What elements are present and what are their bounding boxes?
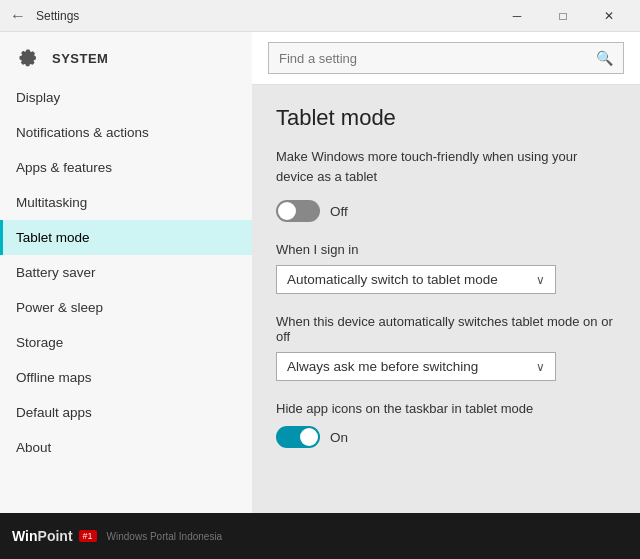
switches-dropdown[interactable]: Always ask me before switching ∨ — [276, 352, 556, 381]
title-bar: ← Settings ─ □ ✕ — [0, 0, 640, 32]
sidebar: SYSTEM Display Notifications & actions A… — [0, 32, 252, 513]
taskbar-toggle-row: On — [276, 426, 616, 448]
title-bar-title: Settings — [36, 9, 79, 23]
sidebar-item-notifications[interactable]: Notifications & actions — [0, 115, 252, 150]
minimize-button[interactable]: ─ — [494, 0, 540, 32]
watermark-tagline: Windows Portal Indonesia — [107, 531, 223, 542]
sidebar-item-multitasking[interactable]: Multitasking — [0, 185, 252, 220]
watermark-bar: WinPoint #1 Windows Portal Indonesia — [0, 513, 640, 559]
sign-in-dropdown-value: Automatically switch to tablet mode — [287, 272, 498, 287]
taskbar-toggle[interactable] — [276, 426, 320, 448]
right-panel: 🔍 Tablet mode Make Windows more touch-fr… — [252, 32, 640, 513]
sidebar-item-tablet[interactable]: Tablet mode — [0, 220, 252, 255]
search-container: 🔍 — [268, 42, 624, 74]
taskbar-toggle-thumb — [300, 428, 318, 446]
taskbar-toggle-label: On — [330, 430, 348, 445]
touch-toggle-row: Off — [276, 200, 616, 222]
sign-in-dropdown[interactable]: Automatically switch to tablet mode ∨ — [276, 265, 556, 294]
main-content: Tablet mode Make Windows more touch-frie… — [252, 85, 640, 513]
sign-in-label: When I sign in — [276, 242, 616, 257]
watermark-logo-text: WinPoint — [12, 528, 73, 544]
search-input[interactable] — [279, 51, 596, 66]
sidebar-item-offline[interactable]: Offline maps — [0, 360, 252, 395]
switches-dropdown-chevron: ∨ — [536, 360, 545, 374]
app-content: SYSTEM Display Notifications & actions A… — [0, 32, 640, 513]
watermark-badge: #1 — [79, 530, 97, 542]
back-button[interactable]: ← — [8, 6, 28, 26]
title-bar-controls: ─ □ ✕ — [494, 0, 632, 32]
touch-toggle[interactable] — [276, 200, 320, 222]
switches-dropdown-value: Always ask me before switching — [287, 359, 478, 374]
sidebar-item-display[interactable]: Display — [0, 80, 252, 115]
tablet-description: Make Windows more touch-friendly when us… — [276, 147, 616, 186]
sidebar-item-power[interactable]: Power & sleep — [0, 290, 252, 325]
sidebar-item-apps[interactable]: Apps & features — [0, 150, 252, 185]
gear-icon — [16, 46, 40, 70]
watermark-logo: WinPoint #1 — [12, 528, 97, 544]
title-bar-left: ← Settings — [8, 6, 494, 26]
sign-in-dropdown-chevron: ∨ — [536, 273, 545, 287]
sidebar-item-battery[interactable]: Battery saver — [0, 255, 252, 290]
hide-taskbar-label: Hide app icons on the taskbar in tablet … — [276, 401, 616, 416]
maximize-button[interactable]: □ — [540, 0, 586, 32]
page-title: Tablet mode — [276, 105, 616, 131]
search-icon: 🔍 — [596, 50, 613, 66]
close-button[interactable]: ✕ — [586, 0, 632, 32]
sidebar-header: SYSTEM — [0, 32, 252, 80]
search-area: 🔍 — [252, 32, 640, 85]
switches-label: When this device automatically switches … — [276, 314, 616, 344]
sidebar-system-label: SYSTEM — [52, 51, 108, 66]
sidebar-nav: Display Notifications & actions Apps & f… — [0, 80, 252, 465]
sidebar-item-about[interactable]: About — [0, 430, 252, 465]
touch-toggle-thumb — [278, 202, 296, 220]
sidebar-item-default[interactable]: Default apps — [0, 395, 252, 430]
touch-toggle-label: Off — [330, 204, 348, 219]
sidebar-item-storage[interactable]: Storage — [0, 325, 252, 360]
